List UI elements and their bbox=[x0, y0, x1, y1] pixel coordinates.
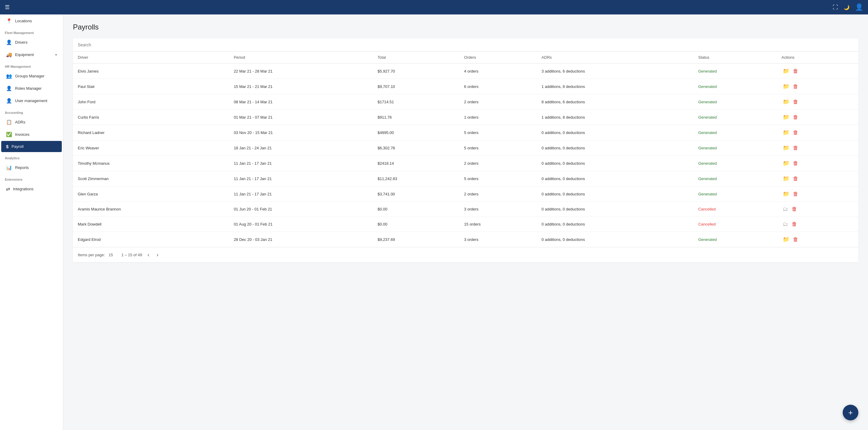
integrations-icon: ⇄ bbox=[6, 186, 10, 192]
delete-button[interactable]: 🗑 bbox=[792, 160, 800, 167]
sidebar-item-payroll[interactable]: $ Payroll bbox=[1, 141, 62, 152]
sidebar-item-adrs[interactable]: 📋 ADRs bbox=[1, 116, 62, 128]
folder-icon-button[interactable]: 📁 bbox=[781, 98, 790, 106]
cell-driver: Glen Garza bbox=[73, 187, 229, 202]
delete-button[interactable]: 🗑 bbox=[792, 236, 800, 243]
cell-driver: Elvis James bbox=[73, 64, 229, 79]
sidebar-item-reports[interactable]: 📊 Reports bbox=[1, 162, 62, 173]
payrolls-table: Driver Period Total Orders ADRs Status A… bbox=[73, 52, 858, 247]
folder-icon-button[interactable]: 📁 bbox=[781, 67, 790, 75]
cell-status: Generated bbox=[693, 232, 777, 247]
pagination-prev-button[interactable]: ‹ bbox=[146, 251, 151, 259]
delete-button[interactable]: 🗑 bbox=[792, 83, 800, 90]
cell-total: $4895.00 bbox=[373, 125, 459, 140]
sidebar-item-integrations[interactable]: ⇄ Integrations bbox=[1, 183, 62, 195]
delete-button[interactable]: 🗑 bbox=[792, 67, 800, 75]
sidebar-item-equipment-label: Equipment bbox=[15, 53, 34, 57]
cell-period: 03 Nov 20 - 15 Mar 21 bbox=[229, 125, 373, 140]
folder-icon-button[interactable]: 📁 bbox=[781, 159, 790, 167]
sidebar-item-roles-manager[interactable]: 👤 Roles Manager bbox=[1, 82, 62, 94]
status-badge: Generated bbox=[698, 146, 717, 150]
delete-button[interactable]: 🗑 bbox=[792, 144, 800, 152]
sidebar-item-locations[interactable]: 📍 Locations bbox=[1, 15, 62, 27]
sidebar-item-invoices[interactable]: ✅ Invoices bbox=[1, 129, 62, 140]
top-navbar: ☰ ⛶ 🌙 👤 bbox=[0, 0, 868, 14]
items-per-page-label: Items per page: bbox=[78, 253, 105, 257]
sidebar-item-invoices-label: Invoices bbox=[15, 132, 30, 137]
delete-button[interactable]: 🗑 bbox=[792, 129, 800, 136]
sidebar-item-user-management[interactable]: 👤 User management bbox=[1, 95, 62, 107]
sidebar: 📍 Locations Fleet Management 👤 Drivers 🚚… bbox=[0, 14, 63, 430]
pagination-range: 1 – 15 of 49 bbox=[121, 253, 142, 257]
cell-driver: Paul Stair bbox=[73, 79, 229, 94]
cell-actions: 📁 🗑 bbox=[777, 140, 858, 156]
search-input[interactable] bbox=[78, 42, 854, 47]
folder-icon-button[interactable]: 📁 bbox=[781, 129, 790, 136]
delete-button[interactable]: 🗑 bbox=[790, 205, 798, 213]
delete-button[interactable]: 🗑 bbox=[792, 190, 800, 198]
cell-status: Generated bbox=[693, 64, 777, 79]
cell-driver: Eric Weaver bbox=[73, 140, 229, 156]
payroll-icon: $ bbox=[6, 144, 8, 149]
chevron-down-icon: ▾ bbox=[55, 53, 57, 57]
cell-period: 18 Jan 21 - 24 Jan 21 bbox=[229, 140, 373, 156]
user-mgmt-icon: 👤 bbox=[6, 98, 12, 104]
col-status: Status bbox=[693, 52, 777, 64]
cell-driver: Mark Dowdell bbox=[73, 217, 229, 232]
theme-toggle-icon[interactable]: 🌙 bbox=[844, 4, 849, 10]
fullscreen-icon[interactable]: ⛶ bbox=[833, 4, 838, 10]
cell-total: $6,302.78 bbox=[373, 140, 459, 156]
cell-actions: 📁 🗑 bbox=[777, 125, 858, 140]
sidebar-item-equipment[interactable]: 🚚 Equipment ▾ bbox=[1, 49, 62, 61]
cell-total: $0.00 bbox=[373, 202, 459, 217]
folder-icon-button[interactable]: 📁 bbox=[781, 190, 790, 198]
cell-actions: 📁 🗑 bbox=[777, 94, 858, 110]
cell-driver: Richard Ladner bbox=[73, 125, 229, 140]
folder-icon-button[interactable]: 📁 bbox=[781, 82, 790, 90]
cell-orders: 5 orders bbox=[459, 171, 537, 187]
cell-total: $2418.14 bbox=[373, 156, 459, 171]
cell-driver: Scott Zimmerman bbox=[73, 171, 229, 187]
sidebar-item-drivers[interactable]: 👤 Drivers bbox=[1, 36, 62, 48]
user-avatar[interactable]: 👤 bbox=[855, 3, 863, 11]
table-row: Scott Zimmerman 11 Jan 21 - 17 Jan 21 $1… bbox=[73, 171, 858, 187]
delete-button[interactable]: 🗑 bbox=[792, 98, 800, 106]
hamburger-icon[interactable]: ☰ bbox=[5, 4, 10, 10]
cell-total: $0.00 bbox=[373, 217, 459, 232]
cell-orders: 4 orders bbox=[459, 64, 537, 79]
pagination: Items per page: 15 1 – 15 of 49 ‹ › bbox=[73, 247, 858, 262]
folder-icon-button[interactable]: 🗂 bbox=[781, 221, 789, 228]
cell-period: 11 Jan 21 - 17 Jan 21 bbox=[229, 171, 373, 187]
delete-button[interactable]: 🗑 bbox=[792, 175, 800, 183]
status-badge: Generated bbox=[698, 176, 717, 181]
cell-period: 01 Aug 20 - 01 Feb 21 bbox=[229, 217, 373, 232]
add-fab-button[interactable]: + bbox=[843, 405, 858, 420]
delete-button[interactable]: 🗑 bbox=[790, 221, 798, 228]
folder-icon-button[interactable]: 📁 bbox=[781, 235, 790, 243]
cell-actions: 📁 🗑 bbox=[777, 171, 858, 187]
cell-adrs: 0 additions, 0 deductions bbox=[537, 171, 693, 187]
folder-icon-button[interactable]: 🗂 bbox=[781, 205, 789, 213]
table-header-row: Driver Period Total Orders ADRs Status A… bbox=[73, 52, 858, 64]
extensions-section: Extensions bbox=[0, 174, 63, 183]
cell-orders: 3 orders bbox=[459, 232, 537, 247]
cell-adrs: 3 additions, 6 deductions bbox=[537, 64, 693, 79]
status-badge: Generated bbox=[698, 115, 717, 120]
cell-actions: 📁 🗑 bbox=[777, 232, 858, 247]
pagination-next-button[interactable]: › bbox=[155, 251, 160, 259]
folder-icon-button[interactable]: 📁 bbox=[781, 144, 790, 152]
status-badge: Generated bbox=[698, 130, 717, 135]
cell-status: Generated bbox=[693, 79, 777, 94]
status-badge: Generated bbox=[698, 237, 717, 242]
cell-orders: 3 orders bbox=[459, 202, 537, 217]
folder-icon-button[interactable]: 📁 bbox=[781, 113, 790, 121]
sidebar-item-groups-manager[interactable]: 👥 Groups Manager bbox=[1, 70, 62, 82]
table-row: Richard Ladner 03 Nov 20 - 15 Mar 21 $48… bbox=[73, 125, 858, 140]
folder-icon-button[interactable]: 📁 bbox=[781, 175, 790, 183]
delete-button[interactable]: 🗑 bbox=[792, 113, 800, 121]
cell-status: Generated bbox=[693, 110, 777, 125]
cell-adrs: 0 additions, 0 deductions bbox=[537, 156, 693, 171]
cell-adrs: 1 additions, 8 deductions bbox=[537, 79, 693, 94]
col-adrs: ADRs bbox=[537, 52, 693, 64]
cell-adrs: 8 additions, 6 deductions bbox=[537, 94, 693, 110]
